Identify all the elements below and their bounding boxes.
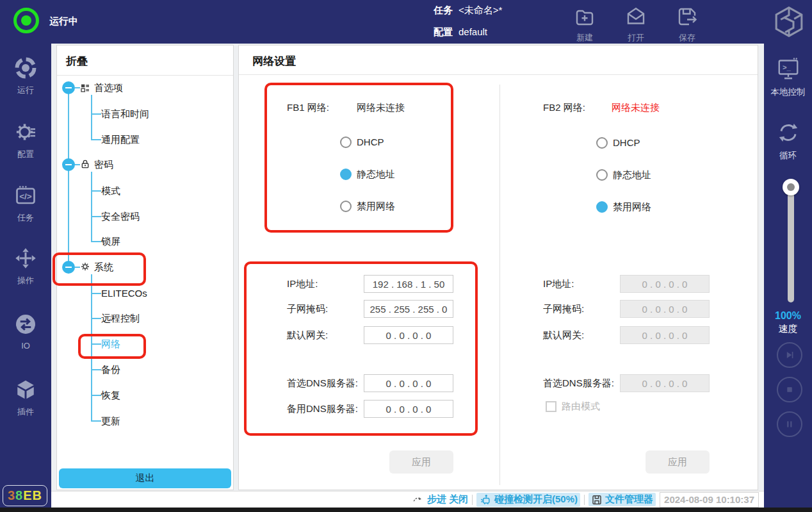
fb1-netmask-input[interactable]: 255 . 255 . 255 . 0 (364, 300, 453, 318)
fb2-radio-disable[interactable] (596, 201, 608, 213)
stop-button[interactable] (777, 377, 802, 402)
local-control-button[interactable]: >_ 本地控制 (764, 56, 812, 101)
tree-expander-preferences[interactable] (62, 81, 75, 94)
sidebar-item-io[interactable]: IO (0, 313, 51, 355)
tree-stub (91, 190, 101, 192)
tree-item-system[interactable]: 系统 (94, 261, 113, 274)
tree-collapse-header[interactable]: 折叠 (66, 54, 88, 69)
fb1-ip-input[interactable]: 192 . 168 . 1 . 50 (364, 275, 453, 293)
fb2-radio-static-label[interactable]: 静态地址 (613, 169, 651, 181)
fb1-radio-dhcp[interactable] (340, 136, 352, 148)
desktop-edge-strip (0, 508, 812, 512)
elite-logo-icon[interactable] (771, 3, 807, 40)
speed-slider-knob[interactable] (783, 179, 799, 195)
tree-item-backup[interactable]: 备份 (101, 363, 120, 376)
tree-item-restore[interactable]: 恢复 (101, 389, 120, 402)
tree-item-network[interactable]: 网络 (101, 338, 120, 351)
fb1-radio-disable-label[interactable]: 禁用网络 (357, 201, 395, 212)
fb1-radio-disable[interactable] (340, 201, 352, 212)
fb1-apply-button[interactable]: 应用 (389, 450, 453, 474)
stop-icon (783, 383, 796, 396)
pause-button[interactable] (777, 411, 802, 437)
tree-stub (91, 369, 101, 370)
fb1-dns1-input[interactable]: 0 . 0 . 0 . 0 (364, 374, 453, 392)
step-mode-toggle[interactable]: 步进 关闭 (412, 493, 468, 506)
step-forward-button[interactable] (777, 342, 802, 368)
sidebar-item-run[interactable]: 运行 (0, 56, 51, 99)
tree-stub (91, 318, 101, 319)
open-envelope-icon (624, 5, 647, 28)
local-control-label: 本地控制 (764, 87, 812, 98)
fb1-dns2-input[interactable]: 0 . 0 . 0 . 0 (364, 400, 453, 418)
task-code-icon: </> (14, 184, 37, 207)
fb1-radio-static[interactable] (340, 169, 352, 180)
fb2-ip-input: 0 . 0 . 0 . 0 (620, 275, 710, 293)
save-icon (676, 5, 699, 28)
fb2-radio-dhcp[interactable] (596, 137, 608, 149)
fb1-gateway-input[interactable]: 0 . 0 . 0 . 0 (364, 326, 453, 344)
fb1-dns1-label: 首选DNS服务器: (287, 377, 358, 390)
loop-mode-button[interactable]: 循环 (764, 120, 812, 165)
knob-center (787, 183, 795, 191)
fb2-radio-static[interactable] (596, 169, 608, 181)
run-status-label: 运行中 (49, 15, 78, 28)
tree-stub (91, 113, 101, 115)
tree-trunk-line (68, 88, 69, 267)
tree-item-network-label: 网络 (101, 338, 120, 349)
local-control-terminal-icon: >_ (777, 56, 800, 82)
pause-icon (783, 418, 796, 431)
open-task-button[interactable]: 打开 (620, 4, 652, 41)
tree-item-language-time[interactable]: 语言和时间 (101, 108, 149, 120)
tree-branch-line (91, 274, 92, 421)
file-manager-disk-icon (591, 494, 603, 506)
tree-item-safety-password[interactable]: 安全密码 (101, 210, 140, 223)
new-task-button[interactable]: 新建 (569, 4, 601, 41)
tree-item-elitecos[interactable]: ELITECOs (101, 287, 147, 300)
right-sidebar: >_ 本地控制 循环 100% 速度 (764, 44, 812, 508)
sidebar-item-label: 操作 (0, 275, 51, 286)
fb1-ip-label: IP地址: (287, 277, 318, 290)
fb2-route-mode-label: 路由模式 (562, 401, 600, 413)
save-task-button[interactable]: 保存 (671, 4, 703, 41)
tree-stub (91, 343, 101, 345)
exit-button[interactable]: 退出 (59, 468, 231, 488)
open-button-label: 打开 (620, 32, 652, 44)
tree-item-mode[interactable]: 模式 (101, 185, 120, 197)
sidebar-item-config[interactable]: 配置 (0, 120, 51, 163)
tree-item-remote-control[interactable]: 远程控制 (101, 312, 140, 325)
tree-item-lock-screen[interactable]: 锁屏 (101, 235, 120, 248)
tree-item-password[interactable]: 密码 (94, 158, 113, 171)
statusbar-separator (584, 495, 585, 505)
preferences-icon (80, 83, 90, 93)
status-bar: 步进 关闭 碰撞检测开启(50%) 文件管理器 2024-08-09 10:10… (51, 491, 764, 508)
config-label: 配置 (434, 26, 453, 38)
tree-item-general-config[interactable]: 通用配置 (101, 133, 140, 146)
left-sidebar: 运行 配置 </> 任务 (0, 44, 51, 508)
sidebar-item-label: 配置 (0, 149, 51, 160)
fb1-radio-static-label[interactable]: 静态地址 (357, 169, 395, 180)
fb2-radio-dhcp-label[interactable]: DHCP (613, 137, 640, 149)
config-value: default (459, 26, 487, 37)
plugin-cube-icon (14, 378, 37, 401)
sidebar-item-plugin[interactable]: 插件 (0, 378, 51, 420)
speed-slider-track[interactable] (788, 186, 794, 302)
collision-detection-label: 碰撞检测开启(50%) (494, 493, 578, 506)
sidebar-item-operate[interactable]: 操作 (0, 247, 51, 289)
sidebar-item-task[interactable]: </> 任务 (0, 184, 51, 226)
fb2-apply-button[interactable]: 应用 (646, 450, 710, 474)
file-manager-button[interactable]: 文件管理器 (589, 493, 656, 506)
svg-text:>_: >_ (783, 63, 792, 71)
tree-item-update[interactable]: 更新 (101, 415, 120, 427)
tree-expander-system[interactable] (62, 261, 75, 274)
tree-expander-password[interactable] (62, 158, 75, 171)
fb2-gateway-label: 默认网关: (543, 329, 584, 342)
collision-detection-toggle[interactable]: 碰撞检测开启(50%) (476, 493, 580, 507)
fb2-radio-disable-label[interactable]: 禁用网络 (613, 201, 651, 213)
fb1-radio-dhcp-label[interactable]: DHCP (357, 136, 384, 148)
tree-item-preferences[interactable]: 首选项 (94, 81, 123, 94)
svg-text:</>: </> (19, 192, 32, 201)
tree-stub (91, 139, 101, 140)
badge-char: E (23, 488, 32, 503)
save-button-label: 保存 (671, 32, 703, 44)
fb1-gateway-label: 默认网关: (287, 329, 328, 342)
